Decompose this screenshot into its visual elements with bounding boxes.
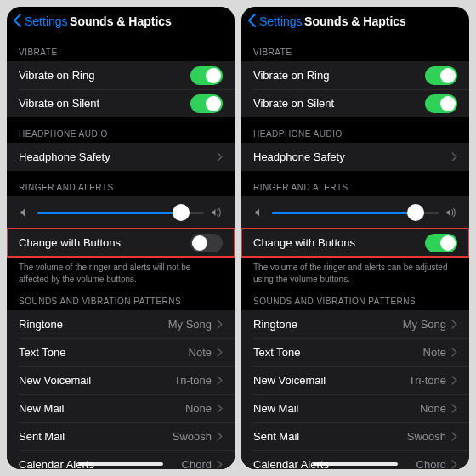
row-vibrateSilent[interactable]: Vibrate on Silent (241, 89, 469, 117)
volume-track[interactable] (272, 212, 439, 214)
volume-slider-row[interactable] (7, 196, 235, 229)
row-vibrateRing[interactable]: Vibrate on Ring (241, 61, 469, 89)
value-newVoicemail: Tri-tone (174, 374, 212, 387)
row-calendar[interactable]: Calendar Alerts Chord (241, 450, 469, 469)
back-label: Settings (259, 14, 303, 28)
chevron-right-icon (451, 376, 457, 385)
row-vibrateSilent[interactable]: Vibrate on Silent (7, 89, 235, 117)
group-patterns: Ringtone My Song Text Tone Note New Voic… (7, 310, 235, 469)
chevron-right-icon (451, 460, 457, 469)
section-vibrate: VIBRATE (7, 36, 235, 61)
volume-fill (272, 212, 416, 214)
section-headphone: HEADPHONE AUDIO (241, 117, 469, 143)
value-ringtone: My Song (403, 318, 446, 331)
row-label-vibrateRing: Vibrate on Ring (253, 69, 329, 82)
row-calendar[interactable]: Calendar Alerts Chord (7, 450, 235, 469)
change-buttons-toggle[interactable] (425, 234, 457, 252)
back-button[interactable]: Settings (12, 14, 68, 30)
row-newMail[interactable]: New Mail None (241, 394, 469, 422)
value-calendar: Chord (416, 458, 446, 469)
row-label-ringtone: Ringtone (253, 318, 298, 331)
page-title: Sounds & Haptics (304, 14, 406, 28)
value-sentMail: Swoosh (407, 430, 446, 443)
back-button[interactable]: Settings (246, 14, 303, 30)
chevron-right-icon (217, 348, 223, 357)
row-ringtone[interactable]: Ringtone My Song (7, 310, 235, 338)
section-ringer: RINGER AND ALERTS (241, 171, 469, 196)
row-headphoneSafety[interactable]: Headphone Safety (241, 143, 469, 171)
value-textTone: Note (423, 346, 446, 359)
chevron-right-icon (217, 152, 223, 162)
group-ringer: Change with Buttons (7, 196, 235, 257)
chevron-right-icon (451, 432, 457, 441)
section-vibrate: VIBRATE (241, 36, 469, 61)
row-label-vibrateSilent: Vibrate on Silent (253, 97, 334, 110)
row-label-newMail: New Mail (19, 402, 64, 415)
row-label-vibrateRing: Vibrate on Ring (19, 69, 94, 82)
row-headphoneSafety[interactable]: Headphone Safety (7, 143, 235, 171)
volume-track[interactable] (37, 212, 204, 214)
chevron-right-icon (217, 432, 223, 441)
group-ringer: Change with Buttons (241, 196, 469, 257)
row-sentMail[interactable]: Sent Mail Swoosh (7, 422, 235, 450)
speaker-high-icon (211, 207, 223, 218)
speaker-low-icon (19, 207, 31, 218)
back-label: Settings (25, 14, 68, 28)
home-indicator[interactable] (78, 462, 163, 466)
chevron-right-icon (451, 404, 457, 413)
row-newVoicemail[interactable]: New Voicemail Tri-tone (241, 366, 469, 394)
group-headphone: Headphone Safety (7, 143, 235, 171)
value-newMail: None (420, 402, 446, 415)
chevron-right-icon (217, 404, 223, 413)
change-buttons-note: The volume of the ringer and alerts will… (7, 257, 235, 285)
chevron-right-icon (217, 376, 223, 385)
row-label-changeButtons: Change with Buttons (19, 236, 121, 249)
vibrate-silent-toggle[interactable] (190, 94, 223, 113)
speaker-high-icon (445, 207, 457, 218)
volume-fill (37, 212, 181, 214)
phone-panel: Settings Sounds & Haptics VIBRATE Vibrat… (7, 7, 235, 469)
volume-slider-row[interactable] (241, 196, 469, 229)
volume-knob[interactable] (173, 204, 190, 221)
value-calendar: Chord (182, 458, 212, 469)
row-textTone[interactable]: Text Tone Note (241, 338, 469, 366)
chevron-right-icon (451, 348, 457, 357)
row-sentMail[interactable]: Sent Mail Swoosh (241, 422, 469, 450)
navbar: Settings Sounds & Haptics (7, 7, 235, 36)
row-label-newMail: New Mail (253, 402, 298, 415)
vibrate-silent-toggle[interactable] (425, 94, 457, 113)
row-label-headphoneSafety: Headphone Safety (253, 150, 345, 163)
section-headphone: HEADPHONE AUDIO (7, 117, 235, 143)
value-ringtone: My Song (168, 318, 212, 331)
row-label-vibrateSilent: Vibrate on Silent (19, 97, 99, 110)
row-changeButtons[interactable]: Change with Buttons (241, 229, 469, 257)
chevron-right-icon (451, 320, 457, 329)
row-label-textTone: Text Tone (19, 346, 65, 359)
row-newMail[interactable]: New Mail None (7, 394, 235, 422)
row-changeButtons[interactable]: Change with Buttons (7, 229, 235, 257)
value-newMail: None (185, 402, 212, 415)
section-patterns: SOUNDS AND VIBRATION PATTERNS (7, 285, 235, 310)
change-buttons-toggle[interactable] (190, 234, 223, 252)
vibrate-ring-toggle[interactable] (190, 66, 223, 85)
volume-knob[interactable] (407, 204, 424, 221)
row-vibrateRing[interactable]: Vibrate on Ring (7, 61, 235, 89)
row-label-newVoicemail: New Voicemail (19, 374, 91, 387)
row-label-changeButtons: Change with Buttons (253, 236, 355, 249)
section-patterns: SOUNDS AND VIBRATION PATTERNS (241, 285, 469, 310)
row-textTone[interactable]: Text Tone Note (7, 338, 235, 366)
chevron-left-icon (246, 14, 258, 30)
row-newVoicemail[interactable]: New Voicemail Tri-tone (7, 366, 235, 394)
vibrate-ring-toggle[interactable] (425, 66, 457, 85)
value-sentMail: Swoosh (173, 430, 212, 443)
row-label-sentMail: Sent Mail (253, 430, 299, 443)
row-ringtone[interactable]: Ringtone My Song (241, 310, 469, 338)
row-label-textTone: Text Tone (253, 346, 300, 359)
row-label-headphoneSafety: Headphone Safety (19, 150, 110, 163)
home-indicator[interactable] (313, 462, 398, 466)
navbar: Settings Sounds & Haptics (241, 7, 469, 36)
value-newVoicemail: Tri-tone (409, 374, 446, 387)
group-headphone: Headphone Safety (241, 143, 469, 171)
group-patterns: Ringtone My Song Text Tone Note New Voic… (241, 310, 469, 469)
section-ringer: RINGER AND ALERTS (7, 171, 235, 196)
